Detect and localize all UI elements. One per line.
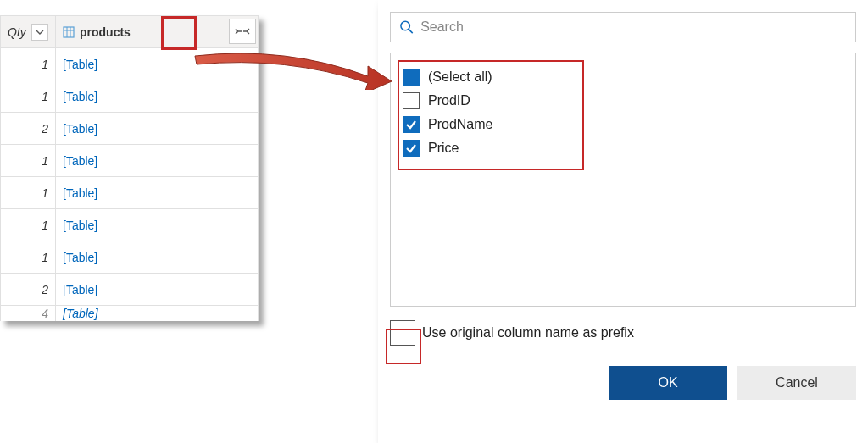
svg-rect-0 — [64, 27, 74, 37]
expand-column-button[interactable] — [229, 19, 256, 44]
expand-columns-dialog: (Select all) ProdID ProdName Price — [378, 0, 868, 443]
table-row[interactable]: 1[Table] — [1, 209, 259, 241]
cell-qty: 1 — [1, 209, 56, 241]
cell-qty: 1 — [1, 241, 56, 274]
cell-products[interactable]: [Table] — [56, 145, 259, 177]
check-icon — [405, 142, 417, 154]
cell-products[interactable]: [Table] — [56, 274, 259, 306]
svg-line-5 — [409, 30, 412, 33]
column-option-label: ProdID — [428, 93, 470, 108]
columns-list-box: (Select all) ProdID ProdName Price — [390, 53, 856, 307]
expand-icon — [235, 25, 250, 37]
table-row[interactable]: 4[Table] — [1, 306, 259, 321]
column-header-products[interactable]: products — [56, 16, 259, 48]
column-option-price[interactable]: Price — [403, 136, 843, 160]
cell-qty: 4 — [1, 306, 56, 321]
table-body: 1[Table] 1[Table] 2[Table] 1[Table] 1[Ta… — [1, 48, 259, 321]
cell-qty: 2 — [1, 274, 56, 306]
column-header-qty-label: Qty — [8, 25, 26, 39]
cell-qty: 1 — [1, 177, 56, 209]
column-header-qty[interactable]: Qty — [1, 16, 56, 48]
cell-products[interactable]: [Table] — [56, 241, 259, 274]
table: Qty products — [0, 15, 259, 321]
dialog-button-row: OK Cancel — [390, 366, 856, 400]
table-icon — [63, 26, 75, 38]
table-row[interactable]: 2[Table] — [1, 274, 259, 306]
column-option-label: (Select all) — [428, 69, 492, 85]
table-row[interactable]: 1[Table] — [1, 48, 259, 80]
svg-point-4 — [401, 21, 409, 30]
checkbox-prefix[interactable] — [390, 320, 415, 346]
checkbox-prodname[interactable] — [403, 116, 420, 133]
search-icon — [399, 19, 414, 35]
checkbox-select-all[interactable] — [403, 69, 420, 86]
column-option-select-all[interactable]: (Select all) — [403, 65, 843, 89]
prefix-label: Use original column name as prefix — [422, 325, 634, 341]
column-option-label: Price — [428, 141, 459, 156]
cell-products[interactable]: [Table] — [56, 48, 259, 80]
table-panel: Qty products — [0, 15, 259, 321]
cell-products[interactable]: [Table] — [56, 80, 259, 113]
table-row[interactable]: 2[Table] — [1, 113, 259, 145]
table-row[interactable]: 1[Table] — [1, 145, 259, 177]
search-input[interactable] — [420, 19, 847, 35]
cell-qty: 1 — [1, 48, 56, 80]
cell-products[interactable]: [Table] — [56, 209, 259, 241]
table-row[interactable]: 1[Table] — [1, 177, 259, 209]
column-header-products-label: products — [80, 25, 131, 39]
cell-products[interactable]: [Table] — [56, 177, 259, 209]
cancel-button[interactable]: Cancel — [737, 366, 856, 400]
column-option-label: ProdName — [428, 117, 492, 132]
checkbox-price[interactable] — [403, 140, 420, 157]
column-option-prodid[interactable]: ProdID — [403, 89, 843, 113]
search-box[interactable] — [390, 12, 856, 42]
cell-qty: 1 — [1, 145, 56, 177]
cell-qty: 2 — [1, 113, 56, 145]
check-icon — [405, 119, 417, 130]
table-row[interactable]: 1[Table] — [1, 241, 259, 274]
ok-button[interactable]: OK — [609, 366, 727, 400]
chevron-down-icon — [36, 28, 44, 36]
column-option-prodname[interactable]: ProdName — [403, 113, 843, 136]
prefix-option[interactable]: Use original column name as prefix — [390, 320, 856, 346]
cell-products[interactable]: [Table] — [56, 113, 259, 145]
cell-qty: 1 — [1, 80, 56, 113]
qty-filter-button[interactable] — [31, 24, 48, 41]
cell-products[interactable]: [Table] — [56, 306, 259, 321]
table-row[interactable]: 1[Table] — [1, 80, 259, 113]
checkbox-prodid[interactable] — [403, 92, 420, 109]
